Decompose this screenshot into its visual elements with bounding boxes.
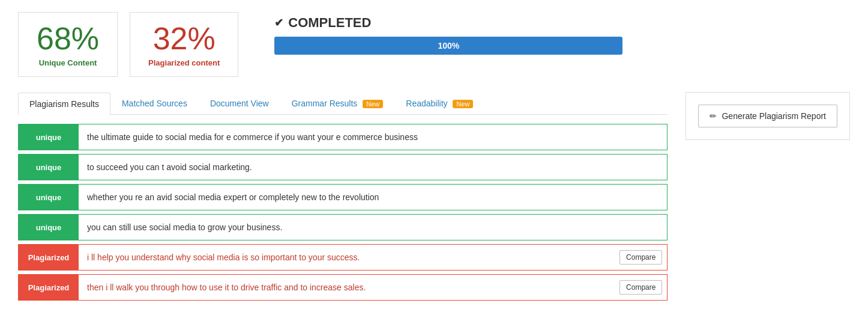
pencil-icon: ✏ [710, 111, 717, 121]
result-row: unique the ultimate guide to social medi… [18, 124, 668, 150]
unique-badge-2: unique [19, 185, 79, 210]
plagiarized-label: Plagiarized content [148, 58, 220, 67]
tab-readability[interactable]: Readability New [394, 92, 484, 114]
plagiarized-badge-5: Plagiarized [19, 275, 79, 300]
plagiarized-content-box: 32% Plagiarized content [130, 12, 238, 77]
sidebar-section: ✏ Generate Plagiarism Report [686, 92, 850, 304]
unique-content-box: 68% Unique Content [18, 12, 118, 77]
tabs-row: Plagiarism Results Matched Sources Docum… [18, 92, 668, 115]
progress-label: 100% [438, 41, 459, 50]
grammar-badge: New [363, 100, 383, 108]
progress-bar-fill: 100% [274, 37, 622, 55]
readability-badge: New [453, 100, 473, 108]
tab-matched-sources[interactable]: Matched Sources [110, 92, 199, 114]
unique-badge-3: unique [19, 215, 79, 240]
result-row: unique to succeed you can t avoid social… [18, 154, 668, 180]
generate-report-box: ✏ Generate Plagiarism Report [686, 92, 850, 140]
results-section: Plagiarism Results Matched Sources Docum… [18, 92, 668, 304]
tab-document-view[interactable]: Document View [199, 92, 280, 114]
stats-row: 68% Unique Content 32% Plagiarized conte… [18, 12, 850, 77]
compare-button-4[interactable]: Compare [619, 250, 662, 265]
unique-label: Unique Content [37, 58, 99, 67]
result-row: Plagiarized then i ll walk you through h… [18, 274, 668, 301]
result-row: unique whether you re an avid social med… [18, 184, 668, 210]
results-list: unique the ultimate guide to social medi… [18, 124, 668, 301]
result-text-1: to succeed you can t avoid social market… [79, 158, 667, 177]
result-row: Plagiarized i ll help you understand why… [18, 244, 668, 271]
unique-badge-0: unique [19, 124, 79, 150]
result-text-0: the ultimate guide to social media for e… [79, 127, 667, 147]
completed-section: ✔ COMPLETED 100% [250, 12, 850, 55]
completed-title: ✔ COMPLETED [274, 15, 850, 31]
generate-plagiarism-report-button[interactable]: ✏ Generate Plagiarism Report [698, 105, 837, 127]
tab-plagiarism-results[interactable]: Plagiarism Results [18, 93, 110, 115]
plagiarized-badge-4: Plagiarized [19, 245, 79, 270]
result-text-5: then i ll walk you through how to use it… [79, 278, 619, 297]
unique-percent: 68% [37, 22, 99, 56]
result-text-2: whether you re an avid social media expe… [79, 188, 667, 207]
main-content-row: Plagiarism Results Matched Sources Docum… [18, 92, 850, 304]
page-container: 68% Unique Content 32% Plagiarized conte… [0, 0, 868, 312]
unique-badge-1: unique [19, 154, 79, 180]
tab-grammar-results[interactable]: Grammar Results New [280, 92, 395, 114]
result-text-4: i ll help you understand why social medi… [79, 248, 619, 267]
result-row: unique you can still use social media to… [18, 214, 668, 240]
progress-bar-container: 100% [274, 37, 622, 55]
checkmark-icon: ✔ [274, 16, 283, 29]
result-text-3: you can still use social media to grow y… [79, 218, 667, 237]
compare-button-5[interactable]: Compare [619, 280, 662, 295]
plagiarized-percent: 32% [148, 22, 220, 56]
